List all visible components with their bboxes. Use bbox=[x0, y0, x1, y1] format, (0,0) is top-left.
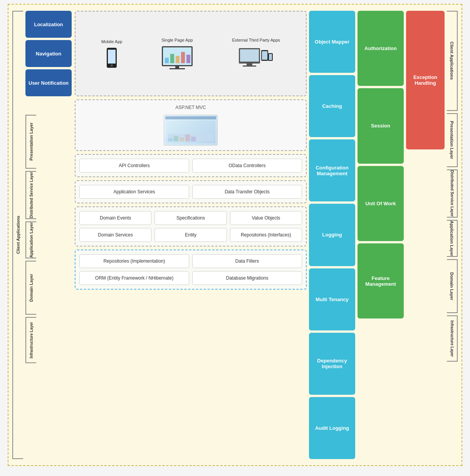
mobile-app-label: Mobile App bbox=[101, 39, 122, 44]
left-bracket-domain: Domain Layer bbox=[25, 261, 36, 315]
infrastructure-layer-row-wrapper: Repositories (Implementation) Data Filte… bbox=[25, 250, 307, 290]
svg-rect-1 bbox=[108, 50, 116, 64]
presentation-row: ASP.NET MVC bbox=[25, 99, 307, 151]
right-bracket-client: Client Applications bbox=[447, 11, 458, 111]
left-bracket-infrastructure: Infrastructure Layer bbox=[25, 317, 36, 363]
data-transfer-objects-box: Data Transfer Objects bbox=[192, 185, 302, 199]
aspnet-label: ASP.NET MVC bbox=[175, 105, 206, 110]
left-layer-brackets: Presentation Layer Distributed Service L… bbox=[25, 12, 36, 458]
external-apps-item: External Third Party Apps bbox=[232, 38, 280, 69]
entity-box: Entity bbox=[154, 228, 227, 242]
left-application-label: Application Layer bbox=[29, 222, 34, 258]
mobile-app-item: Mobile App bbox=[101, 39, 122, 68]
value-objects-box: Value Objects bbox=[230, 211, 302, 225]
repositories-impl-box: Repositories (Implementation) bbox=[79, 254, 189, 268]
application-layer-row-wrapper: Application Services Data Transfer Objec… bbox=[25, 180, 307, 203]
cross-cutting-col-2: Authorization Session Unit Of Work Featu… bbox=[358, 11, 404, 459]
distributed-service-box: API Controllers OData Controllers bbox=[75, 154, 307, 177]
infrastructure-layer-box: Repositories (Implementation) Data Filte… bbox=[75, 250, 307, 290]
multi-tenancy-box: Multi Tenancy bbox=[309, 268, 355, 330]
cross-cutting-col-1: Object Mapper Caching ConfigurationManag… bbox=[309, 11, 355, 459]
right-bracket-presentation: Presentation Layer bbox=[447, 113, 458, 167]
svg-rect-5 bbox=[165, 58, 169, 63]
configuration-management-box: ConfigurationManagement bbox=[309, 139, 355, 201]
svg-rect-14 bbox=[247, 64, 252, 65]
right-bracket-domain-label: Domain Layer bbox=[450, 272, 454, 300]
orm-box: ORM (Entity Framework / NHibernate) bbox=[79, 271, 189, 285]
external-apps-icon bbox=[239, 46, 274, 69]
session-box: Session bbox=[358, 88, 404, 163]
unit-of-work-box: Unit Of Work bbox=[358, 166, 404, 241]
right-bracket-outer: Client Applications Presentation Layer D… bbox=[447, 11, 458, 459]
dependency-injection-box: DependencyInjection bbox=[309, 333, 355, 395]
api-controllers-box: API Controllers bbox=[79, 159, 189, 173]
svg-rect-17 bbox=[262, 51, 267, 60]
feature-management-box: FeatureManagement bbox=[358, 243, 404, 318]
domain-layer-row-wrapper: Domain Events Specifications Value Objec… bbox=[25, 206, 307, 246]
left-bracket-client-apps: Client Applications bbox=[12, 11, 23, 459]
odata-controllers-box: OData Controllers bbox=[192, 159, 302, 173]
aspnet-screenshot bbox=[164, 115, 218, 146]
external-apps-label: External Third Party Apps bbox=[232, 38, 280, 42]
repositories-interfaces-box: Repositories (Interfaces) bbox=[230, 228, 302, 242]
domain-services-box: Domain Services bbox=[79, 228, 151, 242]
domain-events-box: Domain Events bbox=[79, 211, 151, 225]
svg-rect-7 bbox=[176, 56, 180, 63]
right-bracket-presentation-label: Presentation Layer bbox=[450, 121, 454, 159]
caching-box: Caching bbox=[309, 75, 355, 137]
app-types-box: Mobile App Single Page App bbox=[75, 11, 307, 96]
svg-rect-9 bbox=[186, 55, 190, 63]
spa-label: Single Page App bbox=[161, 38, 193, 42]
authorization-box: Authorization bbox=[358, 11, 404, 86]
spa-item: Single Page App bbox=[161, 38, 193, 69]
right-bracket-distributed-label: Distributed Service Layer bbox=[450, 170, 454, 217]
cross-cutting-col-3: ExceptionHandling bbox=[406, 11, 445, 459]
right-bracket-application: Application Layer bbox=[447, 220, 458, 257]
svg-point-2 bbox=[111, 64, 113, 67]
left-bracket-client-label: Client Applications bbox=[16, 216, 20, 254]
distributed-service-row-wrapper: API Controllers OData Controllers bbox=[25, 154, 307, 177]
svg-rect-6 bbox=[170, 54, 174, 63]
audit-logging-box: Audit Logging bbox=[309, 397, 355, 459]
svg-rect-11 bbox=[170, 68, 185, 69]
left-bracket-presentation: Presentation Layer bbox=[25, 115, 36, 169]
left-domain-label: Domain Layer bbox=[29, 274, 34, 302]
application-layer-box: Application Services Data Transfer Objec… bbox=[75, 180, 307, 203]
left-bracket-application: Application Layer bbox=[25, 221, 36, 258]
aspnet-mvc-box: ASP.NET MVC bbox=[75, 99, 307, 151]
object-mapper-box: Object Mapper bbox=[309, 11, 355, 73]
client-apps-row: Localization Navigation User Notificatio… bbox=[25, 11, 307, 96]
left-infrastructure-label: Infrastructure Layer bbox=[29, 322, 34, 358]
application-services-box: Application Services bbox=[79, 185, 189, 199]
mobile-icon bbox=[106, 48, 118, 68]
svg-rect-8 bbox=[181, 52, 185, 63]
right-bracket-client-label: Client Applications bbox=[450, 42, 454, 80]
right-bracket-distributed: Distributed Service Layer bbox=[447, 169, 458, 218]
database-migrations-box: Database Migrations bbox=[192, 271, 302, 285]
exception-handling-box: ExceptionHandling bbox=[406, 11, 445, 149]
domain-layer-box: Domain Events Specifications Value Objec… bbox=[75, 206, 307, 246]
right-bracket-infrastructure: Infrastructure Layer bbox=[447, 315, 458, 362]
specifications-box: Specifications bbox=[154, 211, 227, 225]
spa-icon bbox=[162, 46, 193, 69]
data-filters-box: Data Filters bbox=[192, 254, 302, 268]
right-bracket-application-label: Application Layer bbox=[450, 221, 454, 256]
left-presentation-label: Presentation Layer bbox=[29, 122, 34, 161]
left-bracket-distributed: Distributed Service Layer bbox=[25, 171, 36, 219]
logging-box: Logging bbox=[309, 204, 355, 266]
left-distributed-label: Distributed Service Layer bbox=[29, 172, 34, 218]
right-bracket-domain: Domain Layer bbox=[447, 259, 458, 313]
right-bracket-infrastructure-label: Infrastructure Layer bbox=[450, 320, 454, 357]
svg-rect-19 bbox=[269, 54, 272, 60]
svg-rect-15 bbox=[243, 65, 256, 67]
svg-rect-13 bbox=[240, 49, 259, 62]
architecture-diagram: Client Applications Localization Navigat… bbox=[8, 4, 462, 466]
